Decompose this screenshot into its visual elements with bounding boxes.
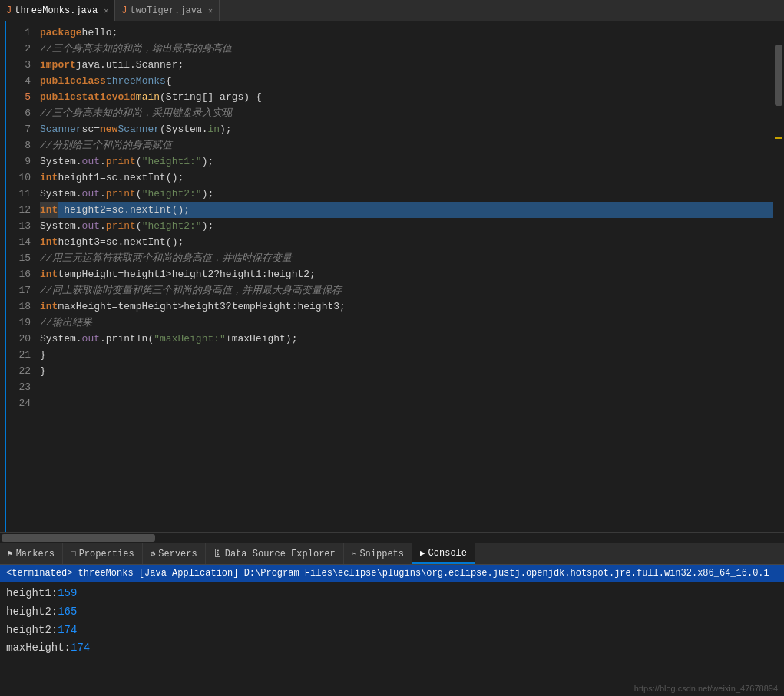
line-num-21: 21 <box>6 347 31 363</box>
line-num-18: 18 <box>6 299 31 315</box>
bottom-tab-icon-snippets: ✂ <box>352 549 357 559</box>
bottom-tab-markers[interactable]: ⚑Markers <box>0 543 63 564</box>
code-line-5: public static void main(String[] args) { <box>40 89 773 105</box>
code-line-11: System.out.print("height2:"); <box>40 186 773 202</box>
code-content[interactable]: package hello;//三个身高未知的和尚，输出最高的身高值import… <box>37 21 773 532</box>
code-line-8: //分别给三个和尚的身高赋值 <box>40 137 773 153</box>
bottom-tab-label-datasource: Data Source Explorer <box>225 549 336 559</box>
code-line-3: import java.util.Scanner; <box>40 57 773 73</box>
tab-threemonks[interactable]: J threeMonks.java ✕ <box>0 0 115 21</box>
java-file-icon-2: J <box>121 5 127 16</box>
line-num-14: 14 <box>6 234 31 250</box>
line-num-19: 19 <box>6 315 31 331</box>
line-num-15: 15 <box>6 250 31 266</box>
bottom-tab-console[interactable]: ▶Console <box>412 543 475 564</box>
java-file-icon: J <box>6 5 12 16</box>
code-line-16: int tempHeight=height1>height2?height1:h… <box>40 266 773 282</box>
bottom-tab-label-markers: Markers <box>16 549 55 559</box>
code-line-6: //三个身高未知的和尚，采用键盘录入实现 <box>40 105 773 121</box>
bottom-tab-bar: ⚑Markers□Properties⚙Servers🗄Data Source … <box>0 543 784 565</box>
bottom-tab-label-servers: Servers <box>158 549 197 559</box>
code-line-14: int height3=sc.nextInt(); <box>40 234 773 250</box>
bottom-tab-icon-datasource: 🗄 <box>213 549 222 559</box>
h-scroll-thumb[interactable] <box>2 534 155 542</box>
code-line-19: //输出结果 <box>40 315 773 331</box>
code-line-24 <box>40 395 773 411</box>
line-num-2: 2 <box>6 41 31 57</box>
tab-threemonks-close[interactable]: ✕ <box>104 6 108 15</box>
watermark: https://blog.csdn.net/weixin_47678894 <box>634 684 778 693</box>
console-line: height2:165 <box>6 603 778 622</box>
scrollbar-marker <box>775 137 782 139</box>
bottom-tab-icon-markers: ⚑ <box>8 549 13 559</box>
line-numbers: 123456789101112131415161718192021222324 <box>6 21 37 532</box>
code-line-9: System.out.print("height1:"); <box>40 153 773 170</box>
line-num-6: 6 <box>6 105 31 121</box>
left-gutter <box>0 21 6 532</box>
line-num-9: 9 <box>6 153 31 170</box>
code-line-23 <box>40 379 773 395</box>
scrollbar-thumb[interactable] <box>775 45 782 106</box>
bottom-tab-icon-properties: □ <box>71 549 76 559</box>
bottom-tab-datasource[interactable]: 🗄Data Source Explorer <box>206 543 344 564</box>
line-num-17: 17 <box>6 282 31 299</box>
bottom-panel: ⚑Markers□Properties⚙Servers🗄Data Source … <box>0 543 784 696</box>
line-num-5: 5 <box>6 89 31 105</box>
line-num-12: 12 <box>6 202 31 218</box>
code-line-12: int height2=sc.nextInt(); <box>40 202 773 218</box>
h-scrollbar[interactable] <box>0 532 784 543</box>
bottom-tab-icon-servers: ⚙ <box>151 549 156 559</box>
line-num-16: 16 <box>6 266 31 282</box>
line-num-11: 11 <box>6 186 31 202</box>
code-line-2: //三个身高未知的和尚，输出最高的身高值 <box>40 41 773 57</box>
editor-area: 123456789101112131415161718192021222324 … <box>0 21 784 532</box>
line-num-8: 8 <box>6 137 31 153</box>
bottom-tab-label-properties: Properties <box>79 549 134 559</box>
tab-threemonks-label: threeMonks.java <box>15 5 98 16</box>
code-line-13: System.out.print("height2:"); <box>40 218 773 234</box>
console-line: height2:174 <box>6 622 778 640</box>
tab-twotiger[interactable]: J twoTiger.java ✕ <box>115 0 220 21</box>
console-line: height1:159 <box>6 585 778 603</box>
code-line-17: //同上获取临时变量和第三个和尚的身高值，并用最大身高变量保存 <box>40 282 773 299</box>
line-num-4: 4 <box>6 73 31 89</box>
code-line-15: //用三元运算符获取两个和尚的身高值，并临时保存变量 <box>40 250 773 266</box>
line-num-1: 1 <box>6 25 31 41</box>
bottom-tab-properties[interactable]: □Properties <box>63 543 143 564</box>
console-output: height1:159height2:165height2:174maxHeig… <box>0 582 784 696</box>
line-num-24: 24 <box>6 395 31 411</box>
bottom-tab-snippets[interactable]: ✂Snippets <box>344 543 412 564</box>
status-bar: <terminated> threeMonks [Java Applicatio… <box>0 565 784 582</box>
line-num-7: 7 <box>6 121 31 137</box>
line-num-10: 10 <box>6 170 31 186</box>
scrollbar-track[interactable] <box>773 21 784 532</box>
code-line-10: int height1=sc.nextInt(); <box>40 170 773 186</box>
bottom-tab-label-console: Console <box>428 548 467 559</box>
tab-bar: J threeMonks.java ✕ J twoTiger.java ✕ <box>0 0 784 21</box>
code-line-21: } <box>40 347 773 363</box>
bottom-tab-label-snippets: Snippets <box>359 549 404 559</box>
code-line-4: public class threeMonks { <box>40 73 773 89</box>
bottom-tab-icon-console: ▶ <box>420 548 425 558</box>
code-line-18: int maxHeight=tempHeight>height3?tempHei… <box>40 299 773 315</box>
line-num-13: 13 <box>6 218 31 234</box>
line-num-23: 23 <box>6 379 31 395</box>
tab-twotiger-label: twoTiger.java <box>130 5 202 16</box>
line-num-3: 3 <box>6 57 31 73</box>
line-num-22: 22 <box>6 363 31 379</box>
code-line-1: package hello; <box>40 25 773 41</box>
bottom-tab-servers[interactable]: ⚙Servers <box>143 543 206 564</box>
tab-twotiger-close[interactable]: ✕ <box>208 6 213 15</box>
code-line-22: } <box>40 363 773 379</box>
line-num-20: 20 <box>6 331 31 347</box>
code-line-7: Scanner sc=new Scanner(System.in); <box>40 121 773 137</box>
code-line-20: System.out.println("maxHeight:"+maxHeigh… <box>40 331 773 347</box>
console-line: maxHeight:174 <box>6 639 778 658</box>
